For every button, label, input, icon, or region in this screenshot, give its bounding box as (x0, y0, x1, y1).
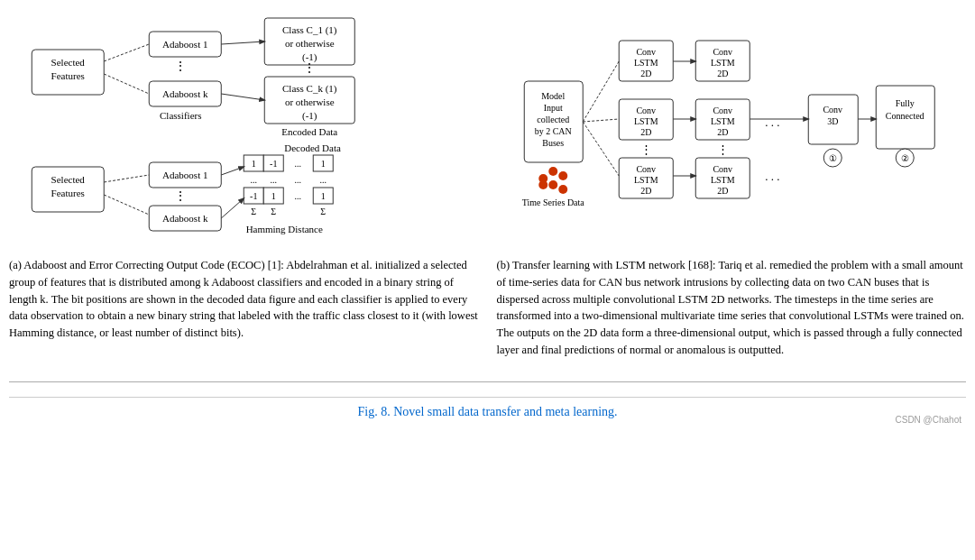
svg-text:Adaboost 1: Adaboost 1 (162, 170, 207, 180)
svg-text:Features: Features (51, 70, 85, 81)
svg-text:⋮: ⋮ (639, 142, 651, 156)
svg-text:1: 1 (321, 191, 326, 201)
svg-text:-1: -1 (270, 159, 277, 169)
svg-text:⋮: ⋮ (716, 142, 728, 156)
svg-text:...: ... (320, 175, 327, 185)
svg-text:2D: 2D (640, 127, 651, 137)
svg-point-68 (558, 185, 567, 194)
svg-text:Hamming Distance: Hamming Distance (246, 224, 323, 234)
svg-text:LSTM: LSTM (710, 58, 734, 68)
svg-text:②: ② (900, 153, 908, 163)
svg-line-31 (104, 195, 149, 215)
svg-line-55 (221, 167, 244, 175)
svg-text:Conv: Conv (713, 47, 732, 57)
svg-text:...: ... (295, 159, 302, 169)
svg-text:Conv: Conv (636, 106, 656, 115)
svg-text:Conv: Conv (823, 105, 842, 115)
svg-text:...: ... (251, 175, 258, 185)
svg-text:Classifiers: Classifiers (160, 110, 201, 121)
svg-text:. . .: . . . (765, 115, 779, 129)
svg-line-111 (583, 122, 619, 176)
main-container: Selected Features Adaboost 1 Adaboost k … (9, 9, 966, 427)
svg-line-56 (221, 198, 244, 218)
left-caption-text: (a) Adaboost and Error Correcting Output… (9, 252, 479, 350)
right-caption: (b) Transfer learning with LSTM network … (497, 257, 967, 359)
svg-text:1: 1 (321, 159, 326, 169)
svg-text:Fully: Fully (895, 98, 914, 108)
svg-text:①: ① (828, 153, 836, 163)
svg-text:Adaboost k: Adaboost k (162, 88, 208, 99)
svg-text:Σ: Σ (320, 207, 326, 216)
svg-text:...: ... (295, 175, 302, 185)
svg-text:Model: Model (541, 91, 565, 101)
svg-text:Σ: Σ (251, 207, 256, 216)
svg-point-67 (548, 180, 557, 189)
svg-text:LSTM: LSTM (633, 175, 658, 185)
left-diagram-area: Selected Features Adaboost 1 Adaboost k … (9, 9, 479, 252)
svg-text:2D: 2D (717, 69, 728, 78)
svg-text:Selected: Selected (51, 57, 86, 68)
svg-text:Decoded Data: Decoded Data (284, 142, 341, 153)
svg-text:3D: 3D (827, 116, 838, 126)
svg-line-17 (104, 44, 149, 61)
svg-point-64 (548, 167, 557, 176)
svg-text:collected: collected (537, 115, 569, 124)
svg-text:LSTM: LSTM (633, 58, 658, 68)
svg-text:⋮: ⋮ (303, 61, 316, 75)
svg-text:2D: 2D (640, 69, 651, 78)
svg-text:...: ... (295, 191, 302, 201)
svg-line-30 (104, 175, 149, 182)
svg-text:2D: 2D (640, 186, 651, 196)
right-caption-text: (b) Transfer learning with LSTM network … (497, 252, 967, 367)
svg-text:or otherwise: or otherwise (285, 38, 335, 49)
svg-text:Buses: Buses (542, 138, 564, 148)
figure-caption: Fig. 8. Novel small data transfer and me… (9, 397, 966, 427)
svg-text:Class C_1 (1): Class C_1 (1) (282, 24, 337, 36)
svg-text:Class C_k (1): Class C_k (1) (282, 83, 337, 95)
svg-text:Conv: Conv (636, 47, 656, 57)
svg-text:Adaboost k: Adaboost k (162, 213, 208, 224)
svg-text:by 2 CAN: by 2 CAN (534, 126, 571, 136)
left-caption: (a) Adaboost and Error Correcting Output… (9, 257, 479, 342)
svg-text:Conv: Conv (636, 164, 656, 174)
svg-text:Selected: Selected (51, 174, 86, 185)
svg-text:LSTM: LSTM (710, 175, 734, 185)
svg-line-109 (583, 61, 619, 122)
svg-text:2D: 2D (717, 186, 728, 196)
svg-text:LSTM: LSTM (633, 116, 658, 126)
right-panel: Model Input collected by 2 CAN Buses Tim… (488, 9, 967, 367)
left-panel: Selected Features Adaboost 1 Adaboost k … (9, 9, 488, 367)
svg-text:2D: 2D (717, 127, 728, 137)
svg-text:Conv: Conv (713, 164, 732, 174)
svg-line-18 (104, 74, 149, 94)
svg-text:⋮: ⋮ (174, 60, 187, 73)
svg-text:Features: Features (51, 188, 85, 198)
svg-text:. . .: . . . (765, 170, 779, 183)
svg-text:1: 1 (252, 159, 256, 169)
svg-text:-1: -1 (250, 191, 257, 201)
svg-point-69 (538, 180, 547, 189)
svg-text:⋮: ⋮ (174, 189, 187, 203)
watermark: CSDN @Chahot (895, 415, 961, 425)
right-diagram-area: Model Input collected by 2 CAN Buses Tim… (497, 9, 967, 252)
svg-line-20 (221, 41, 264, 44)
svg-text:Adaboost 1: Adaboost 1 (162, 39, 207, 50)
top-section: Selected Features Adaboost 1 Adaboost k … (9, 9, 966, 367)
right-diagram-svg: Model Input collected by 2 CAN Buses Tim… (497, 9, 967, 252)
svg-text:Time Series Data: Time Series Data (521, 197, 584, 207)
svg-text:Encoded Data: Encoded Data (281, 126, 337, 137)
svg-text:(-1): (-1) (302, 110, 317, 122)
svg-text:...: ... (271, 175, 278, 185)
svg-text:LSTM: LSTM (710, 116, 734, 126)
svg-text:Σ: Σ (271, 207, 276, 216)
svg-line-21 (221, 94, 264, 100)
svg-point-65 (558, 171, 567, 180)
svg-text:Connected: Connected (885, 111, 924, 121)
svg-text:Conv: Conv (713, 106, 732, 115)
left-diagram-svg: Selected Features Adaboost 1 Adaboost k … (9, 9, 479, 252)
svg-text:1: 1 (271, 191, 276, 201)
svg-text:Input: Input (543, 103, 562, 113)
svg-text:or otherwise: or otherwise (285, 96, 335, 107)
svg-line-110 (583, 119, 619, 122)
